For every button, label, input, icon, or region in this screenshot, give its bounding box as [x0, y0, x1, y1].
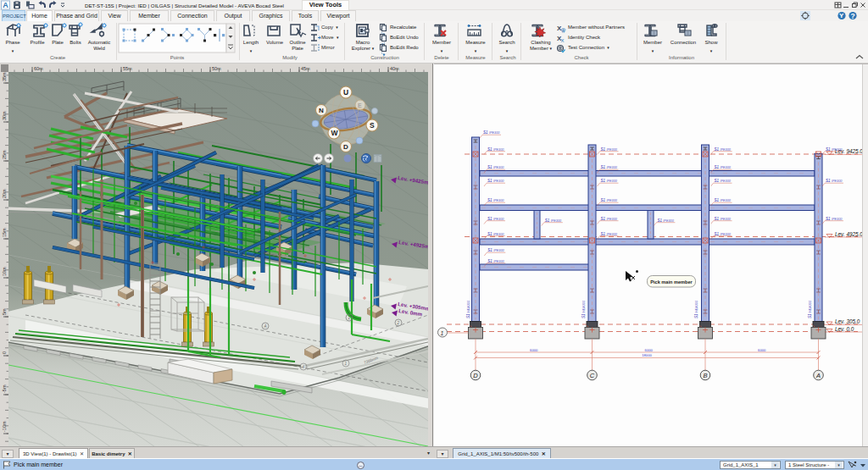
svg-text:20m: 20m — [2, 189, 7, 198]
svg-text:S1 IPE300: S1 IPE300 — [487, 165, 504, 169]
svg-text:S1 IPE300: S1 IPE300 — [601, 232, 618, 236]
svg-text:S1 IPE300: S1 IPE300 — [601, 198, 618, 202]
svg-text:10m: 10m — [2, 267, 7, 276]
svg-text:S1 IPE300: S1 IPE300 — [715, 147, 732, 152]
svg-text:S1 IPE300: S1 IPE300 — [601, 179, 618, 183]
svg-text:25m: 25m — [2, 150, 7, 159]
svg-text:35m: 35m — [2, 72, 7, 81]
svg-text:50m: 50m — [212, 66, 221, 71]
svg-text:-10m: -10m — [2, 421, 7, 432]
svg-text:S1 IPE300: S1 IPE300 — [715, 217, 732, 221]
svg-text:S1 IPE300: S1 IPE300 — [487, 147, 504, 152]
svg-text:S1 IPE300: S1 IPE300 — [715, 232, 732, 236]
svg-text:?: ? — [851, 12, 855, 20]
svg-text:S1 IPE300: S1 IPE300 — [601, 165, 618, 169]
svg-text:S1 IPE300: S1 IPE300 — [715, 165, 732, 169]
svg-text:S1 IPE300: S1 IPE300 — [601, 147, 618, 152]
svg-text:D: D — [343, 143, 348, 151]
svg-text:S1 IPE300: S1 IPE300 — [487, 179, 504, 183]
svg-text:6000: 6000 — [645, 348, 654, 352]
svg-text:S1 IPE300: S1 IPE300 — [601, 217, 618, 221]
svg-text:S1 IPE300: S1 IPE300 — [826, 217, 843, 221]
svg-text:S1 IPE300: S1 IPE300 — [715, 179, 732, 183]
svg-text:40m: 40m — [390, 66, 399, 71]
svg-text:S1 IPE300: S1 IPE300 — [826, 147, 843, 152]
svg-text:Lev. 4925.0: Lev. 4925.0 — [835, 231, 862, 237]
svg-text:30m: 30m — [2, 111, 7, 120]
svg-text:2: 2 — [397, 321, 400, 325]
svg-text:S1 IPE300: S1 IPE300 — [715, 198, 732, 202]
svg-text:S1 IPE300: S1 IPE300 — [545, 218, 562, 223]
svg-text:S1 IPE300: S1 IPE300 — [483, 130, 500, 135]
svg-text:A: A — [3, 1, 8, 9]
svg-text:S1 IPE300: S1 IPE300 — [826, 179, 843, 183]
svg-text:S1 IPE300: S1 IPE300 — [487, 248, 504, 252]
svg-text:Y: Y — [839, 12, 844, 19]
svg-text:A: A — [815, 372, 821, 379]
svg-text:S1 HEA300: S1 HEA300 — [808, 300, 812, 318]
svg-text:W: W — [331, 129, 339, 137]
svg-text:5m: 5m — [2, 308, 7, 315]
svg-text:N: N — [319, 107, 324, 114]
svg-text:S1 HEA300: S1 HEA300 — [581, 300, 586, 318]
svg-text:S1 IPE300: S1 IPE300 — [487, 232, 504, 236]
svg-text:0: 0 — [2, 351, 7, 354]
svg-text:Pick main member: Pick main member — [650, 279, 693, 285]
svg-text:45m: 45m — [301, 66, 310, 71]
svg-text:A: A — [264, 324, 267, 329]
svg-text:S1 IPE300: S1 IPE300 — [487, 259, 504, 263]
svg-text:55m: 55m — [123, 66, 132, 71]
svg-text:1: 1 — [441, 330, 444, 336]
svg-text:U: U — [343, 88, 348, 97]
svg-text:E: E — [358, 102, 362, 108]
svg-text:Lev. 305.0: Lev. 305.0 — [835, 318, 860, 324]
svg-text:18000: 18000 — [642, 353, 652, 357]
svg-text:15m: 15m — [2, 228, 7, 237]
svg-text:6000: 6000 — [530, 348, 538, 352]
svg-text:S: S — [370, 121, 375, 130]
svg-text:⚢: ⚢ — [561, 28, 566, 33]
svg-text:S1 IPE300: S1 IPE300 — [657, 218, 674, 223]
svg-text:S1 HEA300: S1 HEA300 — [694, 300, 698, 318]
svg-text:6000: 6000 — [758, 348, 766, 352]
svg-text:C: C — [590, 372, 595, 379]
svg-text:B: B — [703, 372, 707, 379]
svg-text:S1 IPE300: S1 IPE300 — [487, 198, 504, 202]
svg-text:Lev. 0.0: Lev. 0.0 — [835, 326, 854, 332]
svg-text:-5m: -5m — [2, 384, 7, 393]
svg-text:D: D — [473, 372, 478, 379]
svg-text:60m: 60m — [34, 66, 43, 71]
svg-text:S1 IPE300: S1 IPE300 — [487, 217, 504, 221]
svg-text:X: X — [561, 38, 565, 43]
svg-text:S1 HEA300: S1 HEA300 — [466, 300, 470, 318]
